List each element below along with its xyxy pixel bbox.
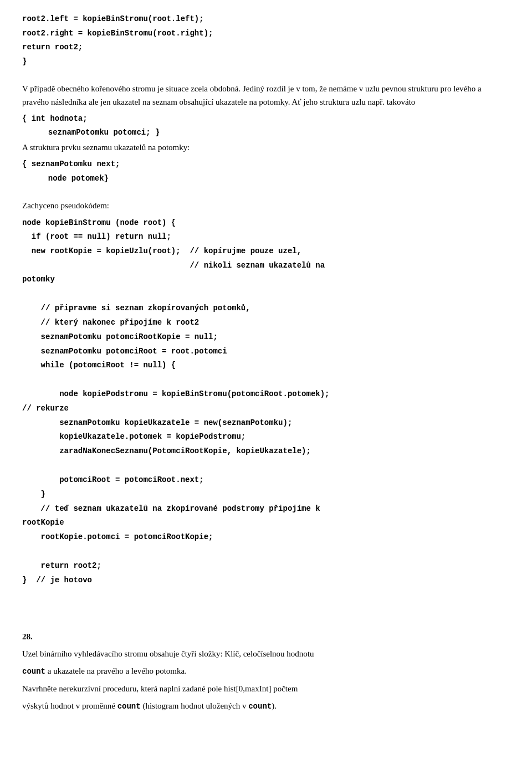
code-line-4: } — [22, 56, 510, 68]
code-func-1: node kopieBinStromu (node root) { — [22, 217, 510, 229]
code-func-20: rootKopie.potomci = potomciRootKopie; — [22, 531, 510, 543]
code-func-21: return root2; — [22, 560, 510, 572]
code-func-18: // teď seznam ukazatelů na zkopírované p… — [22, 503, 510, 515]
code-func-11: node kopiePodstromu = kopieBinStromu(pot… — [22, 388, 510, 401]
page-content: root2.left = kopieBinStromu(root.left); … — [22, 13, 510, 713]
inline-code-count-2: count — [117, 702, 141, 711]
paragraph-28-2: count a ukazatele na pravého a levého po… — [22, 665, 510, 678]
section-number-28: 28. — [22, 630, 510, 643]
code-func-10: while (potomciRoot != null) { — [22, 360, 510, 372]
code-func-3: new rootKopie = kopieUzlu(root); // kopí… — [22, 245, 510, 258]
code-func-19: rootKopie — [22, 517, 510, 529]
code-func-5: potomky — [22, 274, 510, 286]
code-func-15: zaradNaKonecSeznamu(PotomciRootKopie, ko… — [22, 445, 510, 458]
inline-code-count-1: count — [22, 667, 45, 676]
code-line-3: return root2; — [22, 42, 510, 54]
code-line-1: root2.left = kopieBinStromu(root.left); — [22, 13, 510, 25]
code-func-8: seznamPotomku potomciRootKopie = null; — [22, 331, 510, 343]
code-func-17: } — [22, 489, 510, 501]
paragraph-28-1: Uzel binárního vyhledávacího stromu obsa… — [22, 648, 510, 660]
inline-code-count-3: count — [248, 702, 272, 711]
code-func-7: // který nakonec připojíme k root2 — [22, 317, 510, 329]
code-struct-3: { seznamPotomku next; — [22, 158, 510, 171]
paragraph-28-4: výskytů hodnot v proměnné count (histogr… — [22, 700, 510, 713]
paragraph-28-3: Navrhněte nerekurzívní proceduru, která … — [22, 683, 510, 695]
paragraph-1: V případě obecného kořenového stromu je … — [22, 83, 510, 109]
code-func-16: potomciRoot = potomciRoot.next; — [22, 474, 510, 486]
code-struct-2: seznamPotomku potomci; } — [22, 127, 510, 139]
code-struct-4: node potomek} — [22, 173, 510, 185]
code-func-12: // rekurze — [22, 403, 510, 415]
paragraph-3: Zachyceno pseudokódem: — [22, 199, 510, 212]
code-func-4: // nikoli seznam ukazatelů na — [22, 260, 510, 272]
code-func-13: seznamPotomku kopieUkazatele = new(sezna… — [22, 417, 510, 429]
code-func-22: } // je hotovo — [22, 575, 510, 587]
code-func-14: kopieUkazatele.potomek = kopiePodstromu; — [22, 431, 510, 443]
code-func-2: if (root == null) return null; — [22, 231, 510, 243]
paragraph-2: A struktura prvku seznamu ukazatelů na p… — [22, 141, 510, 154]
code-line-2: root2.right = kopieBinStromu(root.right)… — [22, 28, 510, 40]
code-func-9: seznamPotomku potomciRoot = root.potomci — [22, 346, 510, 358]
code-func-6: // připravme si seznam zkopírovaných pot… — [22, 302, 510, 315]
code-struct-1: { int hodnota; — [22, 113, 510, 125]
